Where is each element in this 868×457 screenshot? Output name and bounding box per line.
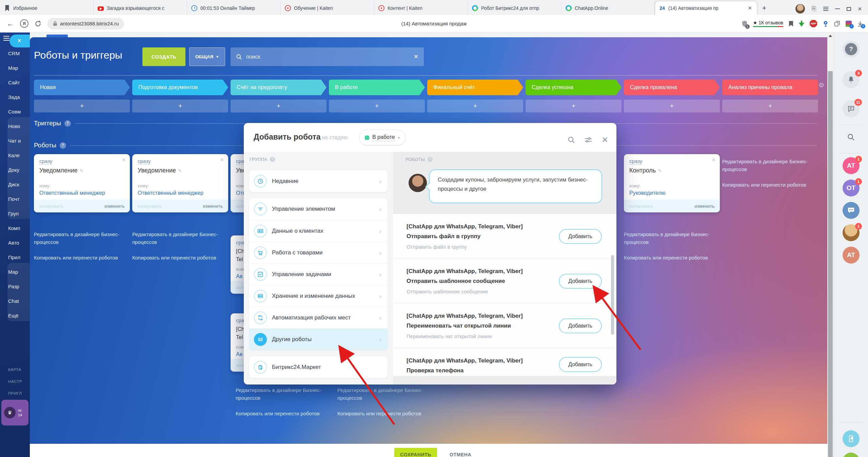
sidebar-item[interactable]: Ещё [0, 308, 30, 323]
timing-link[interactable]: сразу [39, 158, 52, 165]
downloads-icon[interactable]: 2 [857, 21, 863, 27]
add-robot-cell[interactable]: + [427, 100, 523, 112]
copy-button[interactable]: копировать [629, 204, 653, 209]
window-close-button[interactable]: × [858, 5, 862, 13]
filter-settings-icon[interactable] [584, 136, 592, 144]
bookmark-flag-icon[interactable] [789, 21, 793, 27]
stage-docs[interactable]: Подготовка документов [132, 80, 228, 95]
sidebar-item[interactable]: Мар [0, 265, 30, 279]
protect-shield-icon[interactable]: 1 [742, 20, 748, 27]
save-page-icon[interactable] [799, 21, 804, 27]
edit-designer-link[interactable]: Редактировать в дизайнере Бизнес-процесс… [236, 386, 326, 402]
edit-button[interactable]: изменить [203, 204, 223, 209]
group-item-recent[interactable]: Недавние › [249, 170, 388, 192]
mobile-app-button[interactable] [843, 430, 860, 447]
sidebar-footer-item[interactable]: КАРТА [0, 364, 30, 376]
sidebar-item[interactable]: Сайт [0, 75, 30, 90]
bookmarks-panel-icon[interactable]: ⎘ [812, 5, 816, 12]
edit-designer-link[interactable]: Редактировать в дизайнере Бизнес-процесс… [34, 230, 124, 246]
browser-profile-avatar[interactable] [795, 4, 805, 14]
sidebar-footer-item[interactable]: НАСТР [0, 376, 30, 388]
stage-prepay[interactable]: Счёт на предоплату [231, 80, 327, 95]
add-button[interactable]: Добавить [559, 229, 602, 244]
tab-youtube[interactable]: Загадка взрывающегося с [94, 1, 187, 15]
group-item-clients[interactable]: Данные о клиентах › [249, 220, 388, 242]
help-icon[interactable]: ? [60, 142, 66, 149]
search-input[interactable] [246, 54, 414, 60]
rail-extra-button[interactable] [843, 453, 860, 457]
add-robot-cell[interactable]: + [231, 100, 327, 112]
edit-designer-link[interactable]: Редактировать в дизайнере Бизнес-процесс… [132, 230, 222, 246]
close-icon[interactable]: ✕ [601, 135, 608, 145]
stage-final-invoice[interactable]: Финальный счёт [427, 80, 523, 95]
chat-contact-ot[interactable]: OT1 [843, 180, 860, 196]
chat-contact-avatar[interactable]: 1 [843, 224, 860, 241]
scroll-up-icon[interactable] [829, 35, 832, 37]
edit-pencil-icon[interactable]: ✎ [80, 168, 84, 173]
copy-button[interactable]: копировать [138, 204, 162, 209]
close-icon[interactable]: ✕ [220, 157, 224, 163]
page-scrollbar[interactable] [827, 33, 833, 457]
sidebar-item[interactable]: Разр [0, 279, 30, 294]
sidebar-item[interactable]: Прил [0, 250, 30, 265]
copy-move-link[interactable]: Копировать или перенести роботов [34, 254, 124, 262]
clear-search-icon[interactable]: ✕ [414, 53, 418, 60]
timing-link[interactable]: сразу [629, 158, 642, 165]
recipient-link[interactable]: Ответственный менеджер [39, 190, 105, 196]
stage-selector[interactable]: В работе ▾ [359, 130, 406, 145]
copy-move-link[interactable]: Копировать или перенести роботов [132, 254, 222, 262]
robot-card[interactable]: ✕ сразу Уведомление✎ кому: Ответственный… [132, 154, 228, 212]
timing-link[interactable]: сразу [138, 158, 151, 165]
sidebar-item[interactable]: Почт [0, 192, 30, 206]
window-minimize-button[interactable] [835, 8, 840, 9]
view-dropdown[interactable]: ОБЩАЯ ▼ [189, 47, 225, 66]
window-maximize-button[interactable] [847, 7, 851, 11]
sidebar-menu-icon[interactable] [3, 38, 9, 39]
create-button[interactable]: СОЗДАТЬ [142, 47, 185, 66]
add-button[interactable]: Добавить [559, 318, 602, 333]
reviews-widget[interactable]: ★ 1К отзывов [753, 20, 783, 27]
edit-designer-link[interactable]: Редактировать в дизайнере Бизнес-процесс… [722, 158, 812, 173]
sidebar-item[interactable]: Комп [0, 221, 30, 235]
scrollbar-thumb[interactable] [828, 71, 833, 457]
tab-kaiten-content[interactable]: Контент | Kaiten [374, 1, 468, 15]
tab-kaiten-study[interactable]: Обучение | Kaiten [281, 1, 374, 15]
sidebar-item[interactable]: CRM [0, 46, 30, 61]
group-chat-button[interactable] [843, 202, 860, 219]
chat-history-button[interactable]: 11 [843, 100, 860, 117]
sidebar-item[interactable]: Кале [0, 148, 30, 163]
copy-move-link[interactable]: Копировать или перенести роботов [236, 410, 326, 417]
sidebar-item[interactable]: Доку [0, 163, 30, 177]
gear-icon[interactable]: ⚙ [818, 81, 824, 89]
add-robot-cell[interactable]: + [624, 100, 720, 112]
stage-lost[interactable]: Сделка провалена [624, 80, 720, 95]
copy-move-link[interactable]: Копировать или перенести роботов [722, 181, 812, 189]
help-icon[interactable]: ? [64, 120, 71, 127]
group-item-market[interactable]: Битрикс24.Маркет [249, 356, 388, 378]
recipient-link[interactable]: Ответственный менеджер [138, 190, 203, 196]
pin-person-icon[interactable] [823, 20, 829, 27]
notifications-button[interactable]: 3 [843, 71, 860, 88]
group-item-products[interactable]: Работа с товарами › [249, 242, 388, 263]
tab-close-icon[interactable]: ✕ [747, 5, 753, 11]
recipient-link[interactable]: Ав [236, 273, 242, 279]
edit-pencil-icon[interactable]: ✎ [178, 168, 182, 173]
edit-designer-link[interactable]: Редактировать в дизайнере Бизнес-процесс… [624, 230, 714, 246]
recipient-link[interactable]: Ав [236, 351, 242, 357]
edit-button[interactable]: изменить [694, 204, 714, 209]
add-robot-cell[interactable]: + [329, 100, 425, 112]
stage-won[interactable]: Сделка успешна [526, 80, 622, 95]
sidebar-item[interactable]: Груп [0, 206, 30, 221]
save-button[interactable]: СОХРАНИТЬ [394, 448, 437, 457]
group-item-tasks[interactable]: Управление задачами › [249, 263, 388, 285]
stage-new[interactable]: Новая [34, 80, 130, 95]
edit-pencil-icon[interactable]: ✎ [658, 168, 662, 173]
browser-menu-icon[interactable] [823, 8, 828, 9]
stage-loss-analysis[interactable]: Анализ причины провала [722, 80, 818, 95]
rail-search-button[interactable] [843, 129, 860, 146]
sidebar-footer-item[interactable]: ПРИГЛ [0, 388, 30, 399]
sidebar-item[interactable]: Зада [0, 90, 30, 104]
robot-card[interactable]: ✕ сразу Уведомление✎ кому: Ответственный… [34, 154, 130, 212]
copy-button[interactable]: копировать [39, 204, 63, 209]
help-icon[interactable]: ? [270, 157, 275, 162]
